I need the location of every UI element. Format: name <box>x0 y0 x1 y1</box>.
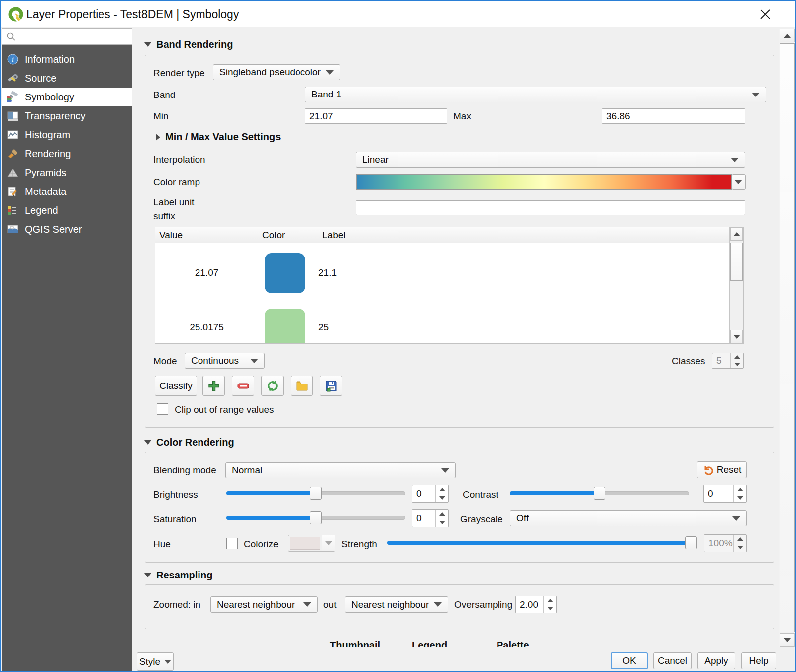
grayscale-select[interactable]: Off <box>510 510 747 526</box>
table-scrollbar[interactable] <box>729 227 743 343</box>
strength-slider[interactable] <box>387 536 697 549</box>
zoomed-in-label: Zoomed: in <box>153 599 200 610</box>
slider-handle[interactable] <box>310 487 322 500</box>
help-button[interactable]: Help <box>741 652 776 669</box>
sidebar-item-metadata[interactable]: Metadata <box>2 182 132 201</box>
chevron-down-icon <box>164 660 171 664</box>
label-unit-suffix-input[interactable] <box>356 200 745 215</box>
reset-button[interactable]: Reset <box>697 461 747 478</box>
sidebar-item-label: Metadata <box>25 186 66 197</box>
sidebar-item-histogram[interactable]: Histogram <box>2 125 132 144</box>
label-unit-suffix-label: Label unit suffix <box>153 195 208 223</box>
hue-color-button[interactable] <box>288 535 335 552</box>
sidebar-item-symbology[interactable]: Symbology <box>2 88 132 106</box>
dialog-scrollbar[interactable] <box>779 29 795 647</box>
brightness-slider[interactable] <box>226 487 405 500</box>
clip-out-of-range-checkbox[interactable] <box>157 403 168 415</box>
metadata-icon <box>7 186 19 197</box>
saturation-label: Saturation <box>153 514 197 525</box>
table-row[interactable]: 25.0175 25 <box>155 303 716 344</box>
brightness-spinner[interactable]: 0 <box>412 485 449 503</box>
scrollbar-thumb[interactable] <box>780 43 795 632</box>
scroll-up-button[interactable] <box>730 227 743 241</box>
colorize-label: Colorize <box>244 539 279 550</box>
add-entry-button[interactable] <box>202 376 225 396</box>
color-ramp-dropdown-button[interactable] <box>732 174 746 190</box>
saturation-slider[interactable] <box>226 511 405 524</box>
sidebar-item-legend[interactable]: Legend <box>2 201 132 220</box>
zoomed-out-label: out <box>323 599 336 610</box>
sidebar-item-source[interactable]: Source <box>2 69 132 88</box>
mode-select[interactable]: Continuous <box>185 353 265 369</box>
slider-handle[interactable] <box>594 487 605 500</box>
color-rendering-section-header[interactable]: Color Rendering <box>144 437 234 448</box>
band-rendering-section-header[interactable]: Band Rendering <box>144 39 233 50</box>
color-ramp-bar[interactable] <box>356 174 732 190</box>
sidebar-item-label: Legend <box>25 205 58 216</box>
sidebar-item-information[interactable]: i Information <box>2 50 132 69</box>
colorize-checkbox[interactable] <box>226 538 238 549</box>
min-value: 21.07 <box>309 111 333 122</box>
ok-button[interactable]: OK <box>611 652 648 669</box>
contrast-spinner[interactable]: 0 <box>703 485 747 503</box>
slider-handle[interactable] <box>685 536 697 549</box>
load-color-map-button[interactable] <box>261 376 284 396</box>
transparency-icon <box>7 110 19 122</box>
collapse-down-icon <box>144 42 151 47</box>
max-input[interactable]: 36.86 <box>602 108 745 124</box>
label-cell[interactable]: 25 <box>318 322 329 333</box>
arrow-down-icon <box>733 335 740 339</box>
band-select[interactable]: Band 1 <box>305 87 766 102</box>
scroll-up-button[interactable] <box>780 29 795 42</box>
classes-spinner[interactable]: 5 <box>712 353 744 369</box>
slider-handle[interactable] <box>310 511 322 524</box>
table-row[interactable]: 21.07 21.1 <box>155 243 716 303</box>
style-menu-button[interactable]: Style <box>137 652 174 671</box>
section-title: Band Rendering <box>156 39 233 50</box>
strength-spinner[interactable]: 100% <box>704 534 747 552</box>
zoomed-out-select[interactable]: Nearest neighbour <box>345 596 448 613</box>
column-header-color[interactable]: Color <box>258 227 318 243</box>
blending-mode-select[interactable]: Normal <box>225 462 456 478</box>
spin-down-icon <box>737 546 743 549</box>
value-cell[interactable]: 25.0175 <box>155 322 258 333</box>
color-swatch[interactable] <box>265 309 305 344</box>
value-cell[interactable]: 21.07 <box>155 267 258 278</box>
column-header-label[interactable]: Label <box>318 227 743 243</box>
scroll-down-button[interactable] <box>730 330 743 343</box>
scroll-down-button[interactable] <box>780 633 795 647</box>
saturation-spinner[interactable]: 0 <box>412 509 449 527</box>
close-button[interactable] <box>754 5 777 23</box>
sidebar-item-transparency[interactable]: Transparency <box>2 106 132 125</box>
oversampling-spinner[interactable]: 2.00 <box>515 596 557 613</box>
color-swatch[interactable] <box>265 253 305 293</box>
render-type-label: Render type <box>153 68 205 79</box>
minmax-settings-header[interactable]: Min / Max Value Settings <box>156 131 281 143</box>
hue-label: Hue <box>153 539 171 550</box>
remove-entry-button[interactable] <box>232 376 254 396</box>
sidebar-item-qgis-server[interactable]: QGIS Server <box>2 220 132 239</box>
section-title: Color Rendering <box>156 437 234 448</box>
render-type-select[interactable]: Singleband pseudocolor <box>213 64 340 80</box>
column-header-value[interactable]: Value <box>155 227 258 243</box>
sidebar-item-rendering[interactable]: Rendering <box>2 144 132 163</box>
resampling-section-header[interactable]: Resampling <box>144 570 212 581</box>
classify-button[interactable]: Classify <box>155 376 197 396</box>
cancel-button[interactable]: Cancel <box>653 652 692 669</box>
open-file-button[interactable] <box>291 376 313 396</box>
classify-label: Classify <box>159 381 193 391</box>
zoomed-in-select[interactable]: Nearest neighbour <box>210 596 318 613</box>
save-file-button[interactable] <box>320 376 342 396</box>
sidebar-item-pyramids[interactable]: Pyramids <box>2 163 132 182</box>
min-input[interactable]: 21.07 <box>305 108 447 124</box>
apply-button[interactable]: Apply <box>697 652 735 669</box>
contrast-slider[interactable] <box>510 487 689 500</box>
interpolation-select[interactable]: Linear <box>356 152 745 168</box>
sidebar-search-input[interactable] <box>2 28 132 45</box>
layer-properties-dialog: Layer Properties - Test8DEM | Symbology … <box>0 0 796 672</box>
scrollbar-thumb[interactable] <box>730 243 743 281</box>
source-icon <box>7 72 19 84</box>
saturation-value: 0 <box>412 510 435 527</box>
label-cell[interactable]: 21.1 <box>318 267 337 278</box>
spin-up-icon <box>734 355 740 359</box>
